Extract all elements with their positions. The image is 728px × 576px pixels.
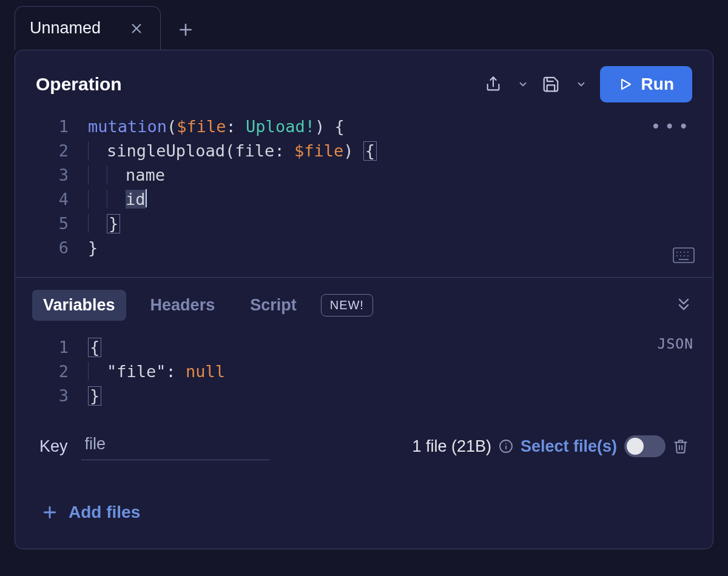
trash-icon[interactable]: [673, 438, 689, 455]
save-dropdown-icon[interactable]: [576, 79, 587, 90]
add-files-button[interactable]: Add files: [15, 460, 713, 549]
tab-variables[interactable]: Variables: [32, 290, 126, 321]
line-number: 1: [15, 115, 88, 139]
line-number: 2: [15, 360, 88, 384]
variables-editor[interactable]: JSON 1 { 2 "file": null 3 }: [15, 333, 713, 425]
file-toggle[interactable]: [624, 435, 666, 457]
line-number: 5: [15, 212, 88, 236]
json-tag: JSON: [658, 332, 693, 356]
code-line: id: [88, 187, 147, 212]
code-line: singleUpload(file: $file) {: [88, 139, 377, 163]
tab-active[interactable]: Unnamed: [15, 6, 161, 50]
run-button[interactable]: Run: [600, 66, 692, 102]
code-line: "file": null: [88, 360, 225, 384]
code-line: mutation($file: Upload!) {: [88, 115, 345, 139]
new-badge: NEW!: [321, 294, 373, 316]
line-number: 1: [15, 335, 88, 360]
share-icon[interactable]: [485, 76, 502, 93]
tab-script[interactable]: Script: [239, 290, 308, 321]
line-number: 3: [15, 384, 88, 408]
select-files-link[interactable]: Select file(s): [521, 437, 617, 456]
operation-header: Operation Run: [15, 50, 713, 112]
run-label: Run: [641, 75, 674, 94]
svg-marker-5: [622, 79, 630, 89]
operation-title: Operation: [36, 74, 122, 95]
line-number: 3: [15, 163, 88, 187]
key-input[interactable]: [81, 432, 269, 460]
file-row: Key 1 file (21B) Select file(s): [15, 425, 713, 460]
tab-headers[interactable]: Headers: [140, 290, 226, 321]
operation-editor[interactable]: ••• 1 mutation($file: Upload!) { 2 singl…: [15, 112, 713, 277]
file-summary: 1 file (21B) Select file(s): [412, 435, 689, 457]
code-line: }: [88, 236, 98, 260]
tabs-bar: Unnamed: [0, 0, 728, 50]
code-line: name: [88, 163, 165, 187]
save-icon[interactable]: [542, 75, 560, 93]
code-line: }: [88, 384, 101, 408]
svg-point-18: [505, 443, 507, 444]
code-line: }: [88, 212, 120, 236]
operation-panel: Operation Run ••• 1 mutation($file:: [15, 50, 713, 549]
collapse-icon[interactable]: [675, 296, 692, 315]
close-icon[interactable]: [130, 22, 143, 35]
new-tab-button[interactable]: [178, 22, 194, 50]
file-count: 1 file (21B): [412, 437, 491, 456]
tab-label: Unnamed: [30, 19, 101, 38]
operation-actions: Run: [485, 66, 692, 102]
code-line: {: [88, 335, 101, 360]
more-icon[interactable]: •••: [650, 115, 692, 139]
keyboard-icon[interactable]: [673, 246, 695, 270]
key-label: Key: [39, 437, 68, 456]
line-number: 6: [15, 236, 88, 260]
info-icon[interactable]: [499, 439, 513, 454]
svg-rect-6: [673, 248, 694, 263]
line-number: 2: [15, 139, 88, 163]
variables-tabs: Variables Headers Script NEW!: [15, 278, 713, 333]
line-number: 4: [15, 187, 88, 212]
share-dropdown-icon[interactable]: [517, 79, 528, 90]
add-files-label: Add files: [69, 503, 140, 522]
